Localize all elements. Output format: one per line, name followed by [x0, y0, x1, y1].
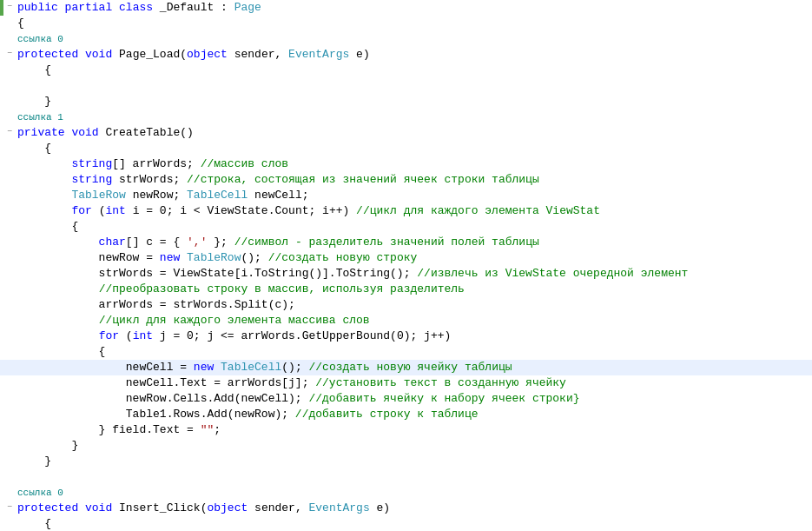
- code-token: void: [71, 126, 105, 139]
- collapse-icon[interactable]: −: [3, 47, 16, 58]
- code-line: for (int j = 0; j <= arrWords.GetUpperBo…: [0, 329, 812, 344]
- line-content: ссылка 0: [16, 31, 812, 47]
- code-token: TableRow: [71, 189, 125, 202]
- gutter-space: [3, 391, 16, 393]
- collapse-icon[interactable]: −: [3, 0, 16, 11]
- code-line: }: [0, 94, 812, 110]
- code-token: Insert_Click: [119, 501, 201, 514]
- code-token: {: [17, 517, 51, 530]
- code-line: {: [0, 141, 812, 156]
- gutter-space: [3, 188, 16, 189]
- code-ref[interactable]: ссылка 1: [17, 112, 63, 123]
- code-token: new: [194, 361, 214, 374]
- code-line: for (int i = 0; i < ViewState.Count; i++…: [0, 203, 812, 219]
- code-line: {: [0, 63, 812, 78]
- gutter-space: [3, 16, 16, 17]
- gutter-space: [3, 156, 16, 158]
- code-token: newCell.Text = arrWords[j];: [17, 376, 315, 389]
- line-content: newRow.Cells.Add(newCell); //добавить яч…: [16, 391, 812, 407]
- code-token: [] arrWords;: [112, 157, 200, 170]
- code-line: −protected void Insert_Click(object send…: [0, 501, 812, 516]
- code-token: void: [85, 501, 119, 514]
- gutter-space: [3, 516, 16, 518]
- gutter-space: [3, 329, 16, 330]
- code-token: [214, 361, 221, 374]
- gutter-space: [3, 141, 16, 143]
- code-token: partial: [65, 1, 119, 14]
- code-token: Table1.Rows.Add(newRow);: [17, 408, 295, 421]
- code-token: i = 0; i < ViewState.Count; i++): [126, 204, 356, 217]
- gutter-space: [3, 454, 16, 455]
- code-line: TableRow newRow; TableCell newCell;: [0, 188, 812, 203]
- collapse-icon[interactable]: −: [3, 501, 16, 512]
- code-token: private: [17, 126, 71, 139]
- code-token: e): [349, 48, 369, 61]
- code-token: [17, 329, 99, 342]
- code-ref[interactable]: ссылка 0: [17, 488, 63, 498]
- code-line: newCell = new TableCell(); //создать нов…: [0, 360, 812, 375]
- code-token: int: [133, 329, 153, 342]
- collapse-icon[interactable]: −: [3, 125, 16, 136]
- code-line: }: [0, 454, 812, 469]
- code-token: ',': [187, 236, 207, 249]
- code-token: newCell;: [248, 189, 308, 202]
- code-token: };: [207, 236, 234, 249]
- code-editor: −public partial class _Default : Page{сс…: [0, 0, 812, 531]
- code-token: for: [71, 204, 91, 217]
- code-token: [17, 204, 71, 217]
- gutter-space: [3, 110, 16, 111]
- code-token: arrWords = strWords.Split(c);: [17, 298, 295, 311]
- line-content: private void CreateTable(): [16, 125, 812, 141]
- code-token: newRow.Cells.Add(newCell);: [17, 392, 308, 405]
- code-token: //создать новую строку: [268, 251, 418, 264]
- code-line: {: [0, 219, 812, 235]
- code-line: strWords = ViewState[i.ToString()].ToStr…: [0, 266, 812, 282]
- code-token: TableRow: [187, 251, 241, 264]
- code-token: [17, 189, 71, 202]
- line-content: {: [16, 16, 812, 31]
- line-content: ссылка 0: [16, 485, 812, 501]
- code-token: string: [17, 173, 112, 186]
- code-token: TableCell: [187, 189, 248, 202]
- line-content: public partial class _Default : Page: [16, 0, 812, 16]
- gutter-space: [3, 407, 16, 408]
- code-line: {: [0, 516, 812, 531]
- gutter-space: [3, 31, 16, 33]
- line-content: string strWords; //строка, состоящая из …: [16, 172, 812, 188]
- code-token: (: [180, 48, 187, 61]
- line-content: ссылка 1: [16, 110, 812, 125]
- gutter-space: [3, 282, 16, 283]
- code-token: }: [17, 95, 51, 108]
- code-token: int: [105, 204, 125, 217]
- code-token: Page: [234, 1, 261, 14]
- code-token: strWords = ViewState[i.ToString()].ToStr…: [17, 267, 417, 280]
- line-content: newCell.Text = arrWords[j]; //установить…: [16, 375, 812, 391]
- gutter-space: [3, 469, 16, 471]
- code-line: ссылка 0: [0, 485, 812, 501]
- code-ref[interactable]: ссылка 0: [17, 34, 63, 44]
- line-content: string[] arrWords; //массив слов: [16, 156, 812, 172]
- code-token: ;: [214, 423, 221, 436]
- gutter-space: [3, 235, 16, 236]
- gutter-space: [3, 485, 16, 487]
- line-content: {: [16, 141, 812, 156]
- code-token: [17, 314, 99, 327]
- code-token: //добавить ячейку к набору ячеек строки}: [308, 392, 579, 405]
- code-token: {: [17, 17, 24, 30]
- code-token: EventArgs: [288, 48, 349, 61]
- code-token: (: [92, 204, 106, 217]
- line-content: for (int i = 0; i < ViewState.Count; i++…: [16, 203, 812, 219]
- code-line: newRow.Cells.Add(newCell); //добавить яч…: [0, 391, 812, 407]
- code-token: [180, 251, 187, 264]
- code-token: e): [370, 501, 390, 514]
- code-token: protected: [17, 48, 85, 61]
- code-token: string: [17, 157, 112, 170]
- code-line: ссылка 0: [0, 31, 812, 47]
- code-token: strWords;: [112, 173, 187, 186]
- line-content: }: [16, 94, 812, 110]
- code-token: newRow =: [17, 251, 160, 264]
- code-token: //извлечь из ViewState очередной элемент: [417, 267, 688, 280]
- code-line: arrWords = strWords.Split(c);: [0, 297, 812, 313]
- line-content: //преобразовать строку в массив, использ…: [16, 282, 812, 297]
- code-token: //символ - разделитель значений полей та…: [234, 236, 539, 249]
